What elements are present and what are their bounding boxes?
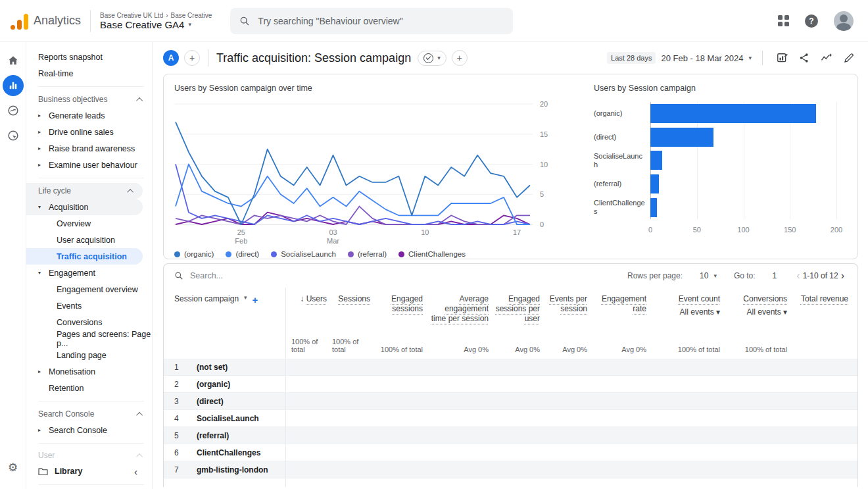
sidebar-item-user-acquisition[interactable]: User acquisition (26, 232, 152, 248)
sidebar-item-engagement-overview[interactable]: Engagement overview (26, 281, 152, 297)
bar[interactable] (650, 198, 657, 217)
sidebar-item-reports-snapshot[interactable]: Reports snapshot (26, 49, 152, 65)
x-tick-label: 03Mar (327, 228, 339, 245)
metric-header-cell[interactable]: Events per sessionAvg 0% (540, 288, 587, 359)
metric-header-cell[interactable]: Event countAll events ▾100% of total (646, 288, 720, 359)
nav-explore-button[interactable] (3, 100, 24, 121)
table-row[interactable]: 2(organic) (164, 376, 857, 393)
account-property-selector[interactable]: Base Creative UK Ltd › Base Creative Bas… (100, 12, 212, 30)
metric-header-cell[interactable]: ↓ Users100% of total (286, 288, 327, 359)
avatar[interactable] (834, 11, 854, 31)
section-business-objectives[interactable]: Business objectives (26, 91, 152, 107)
bar[interactable] (650, 151, 662, 170)
rows-per-page-select[interactable]: 10 (700, 271, 708, 280)
next-page-button[interactable]: › (838, 270, 847, 281)
help-icon[interactable]: ? (805, 14, 818, 28)
line-chart-plot[interactable]: 05101520 (174, 102, 533, 227)
sidebar-item-library[interactable]: Library (26, 463, 152, 480)
chevron-up-icon (136, 453, 143, 459)
table-row[interactable]: 1(not set) (164, 359, 857, 376)
collapse-sidebar-button[interactable]: ‹ (134, 466, 137, 477)
chevron-down-icon[interactable]: ▾ (713, 272, 717, 279)
nav-reports-button[interactable] (3, 75, 24, 96)
chevron-down-icon: ▾ (38, 204, 43, 210)
chevron-down-icon[interactable]: ▾ (748, 55, 752, 61)
metric-filter-select[interactable]: All events ▾ (743, 307, 787, 317)
table-row[interactable]: 3(direct) (164, 393, 857, 410)
dimension-header-cell[interactable]: Session campaign ▾ + (174, 288, 286, 359)
sidebar-item-generate-leads[interactable]: ▸ Generate leads (26, 107, 152, 124)
metric-header-cell[interactable]: Engagement rateAvg 0% (587, 288, 646, 359)
table-row[interactable]: 5(referral) (164, 427, 857, 444)
legend-label: ClientChallenges (408, 250, 466, 258)
reports-icon (7, 80, 19, 91)
section-life-cycle[interactable]: Life cycle (26, 183, 143, 199)
sidebar-item-real-time[interactable]: Real-time (26, 65, 152, 82)
bar-chart-plot[interactable]: (organic)(direct)SocialiseLaunch(referra… (594, 99, 844, 239)
apps-grid-icon[interactable] (778, 15, 789, 26)
sidebar-item-raise-brand-awareness[interactable]: ▸ Raise brand awareness (26, 140, 152, 157)
metric-header-label-wrap: Event countAll events ▾ (679, 294, 720, 317)
insights-button[interactable] (818, 49, 835, 66)
sidebar-item-monetisation[interactable]: ▸ Monetisation (26, 363, 152, 380)
table-row[interactable]: 7gmb-listing-london (164, 461, 857, 478)
bar-track (650, 151, 836, 170)
table-row[interactable]: 6ClientChallenges (164, 444, 857, 461)
legend-item[interactable]: (referral) (348, 250, 387, 258)
date-range[interactable]: 20 Feb - 18 Mar 2024 (661, 53, 743, 63)
add-dimension-icon[interactable]: + (253, 294, 258, 305)
home-icon (7, 54, 20, 67)
sidebar-item-engagement[interactable]: ▾ Engagement (26, 265, 152, 281)
legend-item[interactable]: (organic) (174, 250, 214, 258)
section-search-console[interactable]: Search Console (26, 406, 152, 422)
comparison-badge[interactable]: A (163, 50, 179, 66)
table-body: 1(not set)2(organic)3(direct)4SocialiseL… (164, 359, 857, 487)
add-report-tab-button[interactable]: + (452, 50, 468, 66)
sidebar-item-landing-page[interactable]: Landing page (26, 347, 152, 363)
x-tick-label: 50 (693, 226, 701, 234)
global-search-input[interactable]: Try searching "Behaviour overview" (230, 8, 513, 34)
sidebar-item-acquisition[interactable]: ▾ Acquisition (26, 199, 143, 215)
bar[interactable] (650, 174, 659, 193)
legend-item[interactable]: SocialiseLaunch (271, 250, 336, 258)
metric-header-cell[interactable]: ConversionsAll events ▾100% of total (720, 288, 787, 359)
metric-header-cell[interactable]: Average engagement time per sessionAvg 0… (423, 288, 489, 359)
report-saved-state-pill[interactable]: ▾ (418, 51, 446, 66)
table-row[interactable]: 4SocialiseLaunch (164, 410, 857, 427)
sidebar-item-conversions[interactable]: Conversions (26, 314, 152, 330)
metric-header-label: Conversions (743, 294, 787, 303)
goto-label: Go to: (734, 271, 756, 280)
metric-filter-select[interactable]: All events ▾ (679, 307, 720, 317)
section-user-collapsed[interactable]: User (26, 448, 152, 463)
customise-report-button[interactable] (773, 49, 790, 66)
x-tick-label: 100 (737, 226, 749, 234)
previous-page-button[interactable]: ‹ (794, 270, 802, 281)
edit-report-button[interactable] (840, 49, 857, 66)
metric-header-label-wrap: Average engagement time per session (428, 294, 489, 324)
sidebar-item-drive-online-sales[interactable]: ▸ Drive online sales (26, 124, 152, 140)
share-button[interactable] (796, 49, 813, 66)
bar[interactable] (650, 128, 713, 147)
admin-gear-icon[interactable]: ⚙ (8, 461, 18, 475)
add-comparison-button[interactable]: + (184, 50, 200, 66)
nav-home-button[interactable] (3, 50, 24, 71)
table-search-input[interactable]: Search... (190, 271, 223, 280)
analytics-logo-icon (11, 13, 28, 30)
bar[interactable] (650, 104, 816, 123)
sidebar-item-pages-and-screens[interactable]: Pages and screens: Page p... (26, 330, 152, 347)
metric-subtotal: Avg 0% (515, 346, 540, 353)
metric-header-cell[interactable]: Sessions100% of total (327, 288, 370, 359)
nav-advertising-button[interactable] (3, 125, 24, 146)
sidebar-item-traffic-acquisition[interactable]: Traffic acquisition (26, 248, 143, 265)
sidebar-item-retention[interactable]: Retention (26, 380, 152, 396)
sidebar-item-examine-user-behaviour[interactable]: ▸ Examine user behaviour (26, 157, 152, 173)
legend-item[interactable]: (direct) (226, 250, 259, 258)
metric-header-cell[interactable]: Engaged sessions per userAvg 0% (489, 288, 540, 359)
goto-page-input[interactable]: 1 (773, 271, 777, 280)
sidebar-item-events[interactable]: Events (26, 297, 152, 314)
metric-header-cell[interactable]: Total revenue (787, 288, 848, 359)
sidebar-item-search-console[interactable]: ▸ Search Console (26, 422, 152, 438)
metric-header-cell[interactable]: Engaged sessions100% of total (370, 288, 423, 359)
sidebar-item-overview[interactable]: Overview (26, 215, 152, 232)
legend-item[interactable]: ClientChallenges (398, 250, 466, 258)
